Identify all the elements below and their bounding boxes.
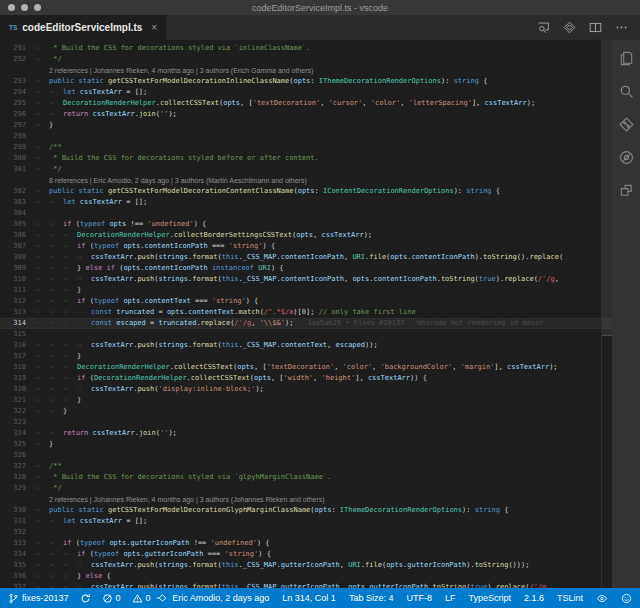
code-line[interactable]: 291→·* Build the CSS for decorations sty…	[0, 43, 612, 54]
code-line[interactable]: 325→}	[0, 439, 612, 450]
codelens[interactable]: 2 references | Johannes Rieken, 4 months…	[0, 494, 612, 505]
preview-status[interactable]	[596, 593, 608, 604]
code-line[interactable]: 322→→}	[0, 406, 612, 417]
code-line[interactable]: 337→→→→cssTextArr.push(strings.format(th…	[0, 582, 612, 588]
source-control-icon[interactable]	[618, 116, 634, 132]
code-line[interactable]: 326	[0, 450, 612, 461]
code-line[interactable]: 302→public static getCSSTextForModelDeco…	[0, 186, 612, 197]
tab-codeEditorServiceImpl[interactable]: TS codeEditorServiceImpl.ts ×	[0, 15, 166, 40]
minimize-window-button[interactable]	[21, 4, 28, 11]
warning-count[interactable]: 0	[132, 593, 151, 604]
codelens[interactable]: 8 references | Eric Amodio, 2 days ago |…	[0, 175, 612, 186]
editor-scrollbar[interactable]	[601, 40, 612, 588]
code-line[interactable]: 299→/**	[0, 142, 612, 153]
code-line[interactable]: 295→→DecorationRenderHelper.collectCSSTe…	[0, 98, 612, 109]
code-line[interactable]: 310→→→→cssTextArr.push(strings.format(th…	[0, 274, 612, 285]
code-line[interactable]: 331→→let cssTextArr = [];	[0, 516, 612, 527]
code-line[interactable]: 311→→→}	[0, 285, 612, 296]
code-text: →→→DecorationRenderHelper.collectBorderS…	[26, 230, 612, 241]
code-line[interactable]: 323	[0, 417, 612, 428]
code-line[interactable]: 293→public static getCSSTextForModelDeco…	[0, 76, 612, 87]
code-line[interactable]: 333→→if (typeof opts.gutterIconPath !== …	[0, 538, 612, 549]
code-editor[interactable]: 291→·* Build the CSS for decorations sty…	[0, 40, 612, 588]
indentation[interactable]: Tab Size: 4	[349, 593, 394, 603]
line-number: 312	[0, 296, 26, 307]
codelens[interactable]: 2 references | Johannes Rieken, 4 months…	[0, 65, 612, 76]
code-line[interactable]: 319→→→if (DecorationRenderHelper.collect…	[0, 373, 612, 384]
code-text: →·* Build the CSS for decorations styled…	[26, 153, 612, 164]
close-window-button[interactable]	[8, 4, 15, 11]
code-line[interactable]: 327→/**	[0, 461, 612, 472]
code-line[interactable]: 332	[0, 527, 612, 538]
close-tab-icon[interactable]: ×	[151, 22, 157, 33]
cursor-position[interactable]: Ln 314, Col 1	[282, 593, 336, 603]
code-line[interactable]: 306→→→DecorationRenderHelper.collectBord…	[0, 230, 612, 241]
window-title: codeEditorServiceImpl.ts - vscode	[252, 3, 388, 13]
code-line[interactable]: 301→·*/	[0, 164, 612, 175]
split-editor-icon[interactable]	[589, 21, 602, 34]
code-text: →→return cssTextArr.join('');	[26, 109, 612, 120]
eol[interactable]: LF	[445, 593, 456, 603]
encoding[interactable]: UTF-8	[406, 593, 432, 603]
feedback[interactable]	[621, 593, 632, 604]
code-line[interactable]: 334→→→if (typeof opts.gutterIconPath ===…	[0, 549, 612, 560]
code-line[interactable]: 304	[0, 208, 612, 219]
code-line[interactable]: 307→→→if (typeof opts.contentIconPath ==…	[0, 241, 612, 252]
git-branch-status[interactable]: fixes-20137	[8, 593, 69, 604]
code-line[interactable]: 316→→→→cssTextArr.push(strings.format(th…	[0, 340, 612, 351]
line-number: 331	[0, 516, 26, 527]
line-number: 291	[0, 43, 26, 54]
line-number: 294	[0, 87, 26, 98]
code-line[interactable]: 298	[0, 131, 612, 142]
scrollbar-thumb[interactable]	[602, 40, 612, 336]
line-number: 307	[0, 241, 26, 252]
code-line[interactable]: 324→→return cssTextArr.join('');	[0, 428, 612, 439]
zoom-window-button[interactable]	[34, 4, 41, 11]
code-line[interactable]: 320→→→→cssTextArr.push('display:inline-b…	[0, 384, 612, 395]
typescript-version[interactable]: 2.1.6	[524, 593, 544, 603]
code-line[interactable]: 318→→→DecorationRenderHelper.collectCSST…	[0, 362, 612, 373]
code-line[interactable]: 328→·* Build the CSS for decorations sty…	[0, 472, 612, 483]
language-mode-label: TypeScript	[468, 593, 511, 603]
more-actions-icon[interactable]	[615, 21, 628, 34]
code-line[interactable]: 296→→return cssTextArr.join('');	[0, 109, 612, 120]
code-line[interactable]: 309→→→} else if (opts.contentIconPath in…	[0, 263, 612, 274]
code-line[interactable]: 330→public static getCSSTextForModelDeco…	[0, 505, 612, 516]
gitlens-blame[interactable]: Eric Amodio, 2 days ago	[156, 593, 269, 603]
code-line[interactable]: 305→→if (typeof opts !== 'undefined') {	[0, 219, 612, 230]
line-number: 320	[0, 384, 26, 395]
code-line[interactable]: 315	[0, 329, 612, 340]
code-line[interactable]: 308→→→→cssTextArr.push(strings.format(th…	[0, 252, 612, 263]
tab-bar: TS codeEditorServiceImpl.ts ×	[0, 15, 640, 40]
code-text: →→→if (DecorationRenderHelper.collectCSS…	[26, 373, 612, 384]
debug-icon[interactable]	[618, 149, 634, 165]
language-mode[interactable]: TypeScript	[468, 593, 511, 603]
code-line[interactable]: 314→→→→const escaped = truncated.replace…	[0, 318, 612, 329]
code-line[interactable]: 312→→→if (typeof opts.contentText === 's…	[0, 296, 612, 307]
code-line[interactable]: 335→→→→cssTextArr.push(strings.format(th…	[0, 560, 612, 571]
open-preview-icon[interactable]	[537, 21, 550, 34]
line-number: 333	[0, 538, 26, 549]
tslint-status[interactable]: TSLint	[557, 593, 583, 603]
line-number: 317	[0, 351, 26, 362]
gitlens-compare-icon[interactable]	[563, 21, 576, 34]
extensions-icon[interactable]	[618, 182, 634, 198]
code-line[interactable]: 321→→→}	[0, 395, 612, 406]
code-line[interactable]: 292→·*/	[0, 54, 612, 65]
code-line[interactable]: 329→·*/	[0, 483, 612, 494]
search-icon[interactable]	[618, 83, 634, 99]
code-line[interactable]: 317→→→}	[0, 351, 612, 362]
error-count[interactable]: 0	[102, 593, 121, 604]
line-number: 314	[0, 318, 26, 329]
code-line[interactable]: 336→→→} else {	[0, 571, 612, 582]
code-line[interactable]: 303→→let cssTextArr = [];	[0, 197, 612, 208]
warning-icon	[132, 593, 143, 604]
code-text: →→→→const truncated = opts.contentText.m…	[26, 307, 612, 318]
code-line[interactable]: 297→}	[0, 120, 612, 131]
code-line[interactable]: 313→→→→const truncated = opts.contentTex…	[0, 307, 612, 318]
sync-status[interactable]	[80, 593, 91, 604]
code-line[interactable]: 294→→let cssTextArr = [];	[0, 87, 612, 98]
title-bar: codeEditorServiceImpl.ts - vscode	[0, 0, 640, 15]
code-line[interactable]: 300→·* Build the CSS for decorations sty…	[0, 153, 612, 164]
explorer-icon[interactable]	[618, 50, 634, 66]
